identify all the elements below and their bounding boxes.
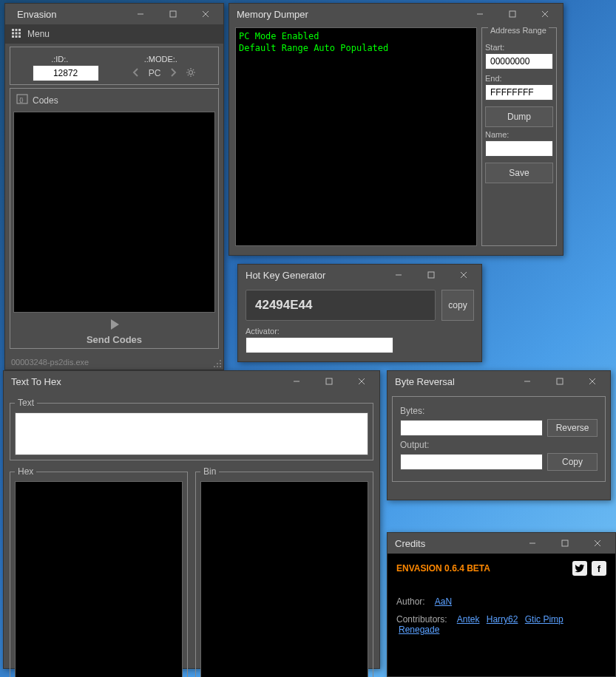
copy-button[interactable]: Copy [547,453,598,471]
text-to-hex-window: Text To Hex Text Hex Bin [3,370,380,669]
contrib-link[interactable]: Gtic Pimp [525,614,563,625]
svg-point-28 [214,366,215,367]
maximize-button[interactable] [544,371,576,392]
start-input[interactable] [485,53,553,69]
window-title: Byte Reversal [395,376,455,387]
byterev-titlebar[interactable]: Byte Reversal [387,371,610,392]
svg-rect-10 [18,32,21,34]
memdump-titlebar[interactable]: Memory Dumper [229,4,563,24]
svg-point-29 [217,366,218,367]
close-button[interactable] [447,265,480,285]
code-icon: {} [16,93,28,107]
memory-dumper-window: Memory Dumper PC Mode Enabled Default Ra… [229,3,563,256]
minimize-button[interactable] [516,533,549,554]
svg-point-30 [220,366,221,367]
bin-output[interactable] [200,481,368,677]
svg-rect-12 [16,35,18,38]
close-button[interactable] [581,533,614,554]
activator-input[interactable] [246,337,393,353]
minimize-button[interactable] [464,4,496,24]
svg-rect-5 [12,29,14,31]
bytes-input[interactable] [400,420,543,436]
envasion-window: Envasion Menu .:ID:. .:MODE:. PC {} [4,3,224,370]
end-label: End: [485,74,553,83]
dump-button[interactable]: Dump [485,106,553,127]
minimize-button[interactable] [280,371,313,392]
text-group: Text [10,398,373,460]
contrib-link[interactable]: Renegade [399,625,439,635]
svg-line-22 [193,69,194,69]
menu-label[interactable]: Menu [27,29,50,39]
window-title: Envasion [17,9,56,20]
minimize-button[interactable] [382,265,415,285]
maximize-button[interactable] [313,371,345,392]
svg-rect-11 [12,35,14,38]
maximize-button[interactable] [157,4,189,24]
codes-listbox[interactable] [13,112,215,313]
text-legend: Text [15,398,37,408]
resize-grip[interactable] [213,359,222,368]
bin-group: Bin [195,466,373,677]
author-label: Author: [396,596,425,607]
contrib-link[interactable]: Harry62 [487,614,518,625]
console-line: Default Range Auto Populated [239,43,473,55]
svg-line-19 [188,69,189,69]
output-field [400,454,543,470]
play-icon[interactable] [107,317,122,332]
hex-legend: Hex [15,466,36,477]
contrib-label: Contributors: [396,614,447,625]
svg-point-14 [189,70,193,74]
minimize-button[interactable] [124,4,157,24]
mode-value: PC [149,68,161,78]
svg-point-27 [220,363,221,364]
id-input[interactable] [33,65,99,81]
txthex-titlebar[interactable]: Text To Hex [4,371,379,392]
hotkey-generator-window: Hot Key Generator 42494E44 copy Activato… [237,264,482,362]
close-button[interactable] [189,4,222,24]
app-title: ENVASION 0.6.4 BETA [396,563,490,574]
name-input[interactable] [485,140,553,157]
svg-rect-40 [326,378,332,384]
envasion-titlebar[interactable]: Envasion [5,4,223,24]
contrib-link[interactable]: Antek [457,614,480,625]
text-input[interactable] [15,412,368,455]
address-range-legend: Address Range [488,26,549,35]
close-button[interactable] [345,371,378,392]
hex-group: Hex [10,466,188,677]
codes-label: Codes [33,95,58,106]
facebook-icon[interactable]: f [592,561,606,576]
arrow-right-icon[interactable] [168,67,178,80]
maximize-button[interactable] [496,4,529,24]
id-label: .:ID:. [51,55,68,64]
maximize-button[interactable] [549,533,581,554]
name-label: Name: [485,130,553,139]
svg-rect-2 [170,11,176,17]
credits-titlebar[interactable]: Credits [387,533,615,554]
hex-output[interactable] [15,481,183,677]
hotkey-titlebar[interactable]: Hot Key Generator [238,265,481,285]
svg-rect-36 [428,272,434,278]
author-link[interactable]: AaN [435,596,452,607]
send-codes-label[interactable]: Send Codes [87,334,142,345]
svg-rect-6 [16,29,18,31]
save-button[interactable]: Save [485,163,553,183]
svg-text:{}: {} [19,96,24,103]
copy-button[interactable]: copy [441,290,474,321]
reverse-button[interactable]: Reverse [547,419,598,437]
close-button[interactable] [576,371,609,392]
grid-icon[interactable] [11,28,21,41]
svg-point-26 [217,363,218,364]
status-text: 00003248-ps2dis.exe [8,356,92,368]
gear-icon[interactable] [186,67,196,80]
envasion-menubar: Menu [5,24,223,44]
svg-line-20 [193,74,194,75]
mode-label: .:MODE:. [144,55,177,64]
arrow-left-icon[interactable] [131,67,141,80]
maximize-button[interactable] [415,265,447,285]
svg-line-21 [188,74,189,75]
hotkey-display: 42494E44 [246,290,436,321]
close-button[interactable] [529,4,561,24]
end-input[interactable] [485,84,553,101]
twitter-icon[interactable] [572,561,587,576]
minimize-button[interactable] [511,371,544,392]
